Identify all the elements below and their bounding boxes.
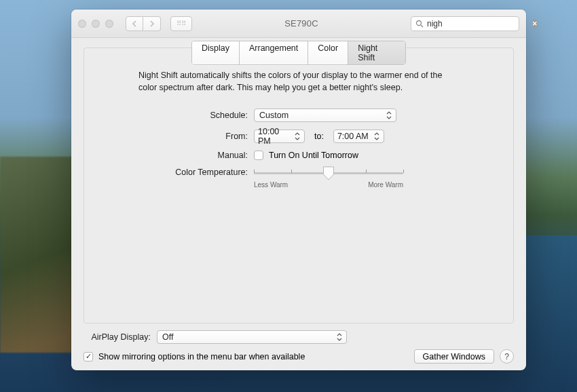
stepper-icon	[373, 130, 382, 142]
mirroring-label: Show mirroring options in the menu bar w…	[98, 352, 305, 361]
manual-label: Manual:	[103, 151, 254, 160]
stepper-icon	[294, 130, 303, 142]
maximize-window-button[interactable]	[105, 20, 113, 28]
manual-checkbox[interactable]	[254, 151, 263, 160]
show-all-button[interactable]: ⠿⠿	[170, 16, 192, 31]
slider-thumb[interactable]	[323, 166, 335, 180]
tab-arrangement[interactable]: Arrangement	[240, 41, 308, 64]
temperature-label: Color Temperature:	[103, 168, 254, 177]
schedule-value: Custom	[259, 111, 288, 120]
nav-buttons	[126, 16, 161, 31]
forward-button[interactable]	[143, 16, 161, 31]
close-icon: ✕	[532, 20, 538, 27]
svg-point-0	[417, 20, 422, 25]
chevron-up-down-icon	[386, 109, 394, 121]
tab-night-shift[interactable]: Night Shift	[348, 41, 405, 64]
schedule-label: Schedule:	[103, 111, 254, 120]
airplay-select[interactable]: Off	[157, 330, 347, 344]
window-controls	[78, 20, 113, 28]
airplay-value: Off	[162, 332, 173, 342]
back-button[interactable]	[126, 16, 143, 31]
close-window-button[interactable]	[78, 20, 86, 28]
from-label: From:	[103, 132, 254, 141]
display-preferences-window: ⠿⠿ SE790C ✕ Display Arrangement Color Ni…	[71, 9, 526, 370]
help-button[interactable]: ?	[500, 349, 514, 364]
window-title: SE790C	[198, 18, 405, 28]
slider-min-label: Less Warm	[254, 181, 288, 189]
gather-windows-button[interactable]: Gather Windows	[414, 349, 494, 364]
search-field[interactable]: ✕	[411, 16, 519, 31]
to-label: to:	[314, 132, 324, 141]
titlebar: ⠿⠿ SE790C ✕	[71, 9, 526, 38]
tab-bar: Display Arrangement Color Night Shift	[191, 41, 406, 65]
to-time-value: 7:00 AM	[337, 132, 369, 141]
airplay-label: AirPlay Display:	[83, 332, 157, 342]
grid-icon: ⠿⠿	[176, 22, 186, 25]
svg-line-1	[421, 25, 423, 27]
from-time-value: 10:00 PM	[258, 127, 292, 146]
tab-color[interactable]: Color	[308, 41, 348, 64]
search-input[interactable]	[427, 19, 529, 28]
settings-panel: Display Arrangement Color Night Shift Ni…	[83, 47, 514, 324]
night-shift-description: Night Shift automatically shifts the col…	[138, 70, 459, 94]
tab-display[interactable]: Display	[192, 41, 240, 64]
search-icon	[415, 20, 424, 28]
from-time-stepper[interactable]: 10:00 PM	[254, 130, 305, 143]
to-time-stepper[interactable]: 7:00 AM	[333, 130, 384, 143]
clear-search-button[interactable]: ✕	[532, 19, 538, 28]
chevron-up-down-icon	[336, 331, 345, 343]
minimize-window-button[interactable]	[92, 20, 100, 28]
color-temperature-slider[interactable]	[254, 168, 403, 178]
slider-max-label: More Warm	[368, 181, 403, 189]
manual-checkbox-label: Turn On Until Tomorrow	[269, 151, 358, 160]
help-icon: ?	[504, 352, 509, 361]
mirroring-checkbox[interactable]	[83, 352, 93, 361]
schedule-select[interactable]: Custom	[254, 109, 396, 122]
